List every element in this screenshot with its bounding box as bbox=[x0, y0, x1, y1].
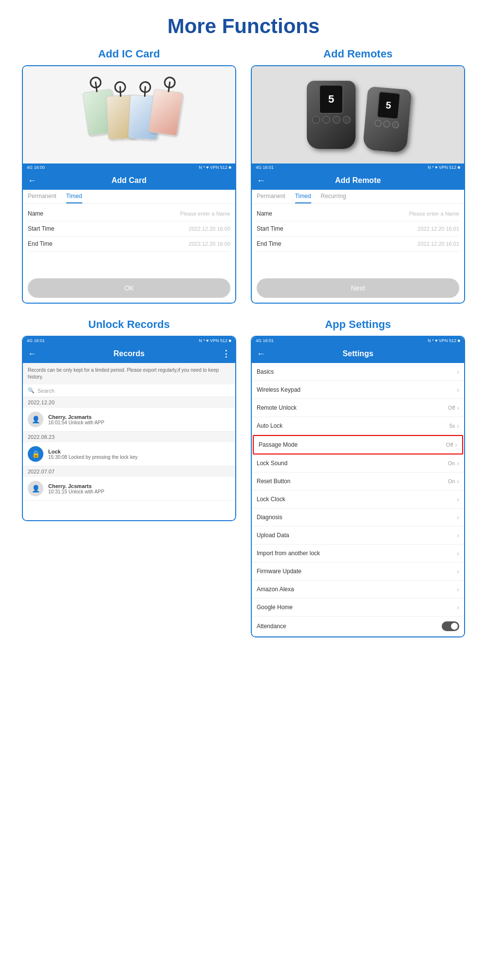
value-end-tr: 2022.12.20 16:01 bbox=[417, 241, 459, 247]
back-arrow-tr[interactable]: ← bbox=[257, 176, 265, 186]
chevron-locksound: › bbox=[457, 459, 459, 467]
label-end-tr: End Time bbox=[257, 240, 281, 247]
settings-right-reset: On › bbox=[448, 477, 459, 485]
form-spacer-tl bbox=[23, 254, 235, 273]
tab-timed-tl[interactable]: Timed bbox=[66, 193, 82, 203]
records-phone-ui: 4G 16:01 N * ♥ VPN 512 ■ ← Records ⋮ Rec… bbox=[23, 337, 235, 520]
tab-timed-tr[interactable]: Timed bbox=[295, 193, 311, 203]
settings-row-auto-lock[interactable]: Auto Lock 5s › bbox=[252, 417, 464, 435]
add-remotes-title: Add Remotes bbox=[251, 48, 465, 60]
chevron-diagnosis: › bbox=[457, 513, 459, 521]
add-ic-card-frame: 4G 16:00 N * ♥ VPN 512 ■ ← Add Card Perm… bbox=[22, 65, 236, 304]
settings-value-reset: On bbox=[448, 478, 455, 484]
settings-row-wireless-keypad[interactable]: Wireless Keypad › bbox=[252, 381, 464, 399]
records-notice: Records can be only kept for a limited p… bbox=[23, 363, 235, 384]
settings-row-lock-sound[interactable]: Lock Sound On › bbox=[252, 454, 464, 472]
settings-value-remote: Off bbox=[448, 405, 455, 411]
settings-row-alexa[interactable]: Amazon Alexa › bbox=[252, 581, 464, 599]
rk-btn-5 bbox=[375, 120, 382, 127]
form-row-name-tr: Name Please enter a Name bbox=[257, 206, 459, 221]
record-action-1: 16:01:54 Unlock with APP bbox=[48, 420, 104, 425]
remote-display-2: 5 bbox=[376, 91, 401, 120]
settings-row-google-home[interactable]: Google Home › bbox=[252, 599, 464, 617]
settings-row-import[interactable]: Import from another lock › bbox=[252, 544, 464, 563]
records-header: ← Records ⋮ bbox=[23, 345, 235, 363]
records-date-3: 2022.07.07 bbox=[23, 466, 235, 477]
record-name-3: Cherry. Jcsmarts bbox=[48, 483, 104, 489]
add-remote-phone-ui: 4G 16:01 N * ♥ VPN 512 ■ ← Add Remote Pe… bbox=[252, 163, 464, 303]
chevron-alexa: › bbox=[457, 585, 459, 593]
add-card-tabs: Permanent Timed bbox=[23, 190, 235, 204]
form-row-start-tr: Start Time 2022.12.20 16:01 bbox=[257, 221, 459, 236]
tab-permanent-tr[interactable]: Permanent bbox=[257, 193, 285, 203]
ic-card-image-area bbox=[23, 66, 235, 163]
status-bar-bl: 4G 16:01 N * ♥ VPN 512 ■ bbox=[23, 337, 235, 345]
status-right-tl: N * ♥ VPN 512 ■ bbox=[199, 165, 231, 170]
form-row-name-tl: Name Please enter a Name bbox=[28, 206, 230, 221]
add-remote-tabs: Permanent Timed Recurring bbox=[252, 190, 464, 204]
add-remote-header: ← Add Remote bbox=[252, 171, 464, 190]
settings-row-remote-unlock[interactable]: Remote Unlock Off › bbox=[252, 399, 464, 417]
settings-row-firmware[interactable]: Firmware Update › bbox=[252, 563, 464, 581]
add-card-phone-ui: 4G 16:00 N * ♥ VPN 512 ■ ← Add Card Perm… bbox=[23, 163, 235, 303]
records-info-1: Cherry. Jcsmarts 16:01:54 Unlock with AP… bbox=[48, 414, 104, 425]
back-arrow-br[interactable]: ← bbox=[257, 349, 265, 359]
value-name-tr: Please enter a Name bbox=[409, 211, 459, 217]
settings-right-locksound: On › bbox=[448, 459, 459, 467]
records-search-bar[interactable]: 🔍 Search bbox=[23, 384, 235, 397]
label-end-tl: End Time bbox=[28, 240, 53, 247]
settings-row-basics[interactable]: Basics › bbox=[252, 363, 464, 381]
record-action-3: 10:31:15 Unlock with APP bbox=[48, 489, 104, 494]
rk-btn-6 bbox=[383, 120, 391, 127]
avatar-3: 👤 bbox=[28, 481, 43, 496]
attendance-toggle[interactable] bbox=[442, 621, 459, 631]
records-entry-2: 🔒 Lock 15:30:08 Locked by pressing the l… bbox=[23, 442, 235, 466]
label-name-tl: Name bbox=[28, 210, 43, 217]
remote-buttons-1 bbox=[312, 116, 351, 124]
settings-value-passage: Off bbox=[446, 442, 453, 448]
chevron-import: › bbox=[457, 549, 459, 557]
settings-row-passage-mode[interactable]: Passage Mode Off › bbox=[253, 435, 463, 454]
settings-label-alexa: Amazon Alexa bbox=[257, 586, 294, 593]
settings-row-diagnosis[interactable]: Diagnosis › bbox=[252, 508, 464, 526]
ok-button[interactable]: OK bbox=[28, 278, 230, 298]
chevron-google: › bbox=[457, 603, 459, 611]
settings-row-upload-data[interactable]: Upload Data › bbox=[252, 526, 464, 544]
chevron-passage: › bbox=[455, 441, 457, 449]
menu-dots-bl[interactable]: ⋮ bbox=[222, 348, 230, 359]
label-name-tr: Name bbox=[257, 210, 272, 217]
next-button[interactable]: Next bbox=[257, 278, 459, 298]
settings-row-lock-clock[interactable]: Lock Clock › bbox=[252, 490, 464, 508]
settings-phone-ui: 4G 16:01 N * ♥ VPN 512 ■ ← Settings Basi… bbox=[252, 337, 464, 636]
value-start-tr: 2022.12.20 16:01 bbox=[417, 226, 459, 232]
add-card-title: Add Card bbox=[112, 176, 147, 185]
chevron-upload: › bbox=[457, 531, 459, 539]
settings-row-attendance[interactable]: Attendance bbox=[252, 617, 464, 636]
add-ic-card-section: Add IC Card 4G 16:00 N * ♥ VPN 512 ■ ← bbox=[22, 48, 236, 304]
back-arrow-bl[interactable]: ← bbox=[28, 349, 37, 359]
status-bar-top-left: 4G 16:00 N * ♥ VPN 512 ■ bbox=[23, 163, 235, 171]
back-arrow-tl[interactable]: ← bbox=[28, 176, 37, 186]
records-notice-text: Records can be only kept for a limited p… bbox=[28, 367, 219, 380]
remote-buttons-2 bbox=[375, 120, 399, 128]
records-bottom-spacer bbox=[23, 501, 235, 520]
add-ic-card-title: Add IC Card bbox=[22, 48, 236, 60]
status-left-br: 4G 16:01 bbox=[256, 338, 274, 343]
records-date-1: 2022.12.20 bbox=[23, 397, 235, 408]
settings-label-basics: Basics bbox=[257, 368, 274, 375]
ic-cards-visual bbox=[80, 86, 178, 144]
tab-recurring-tr[interactable]: Recurring bbox=[321, 193, 346, 203]
tab-permanent-tl[interactable]: Permanent bbox=[28, 193, 56, 203]
settings-title: Settings bbox=[342, 349, 373, 358]
settings-value-locksound: On bbox=[448, 460, 455, 466]
rk-btn-1 bbox=[312, 116, 320, 124]
remote-display-1: 5 bbox=[319, 85, 343, 114]
settings-header: ← Settings bbox=[252, 345, 464, 363]
settings-label-passage: Passage Mode bbox=[259, 441, 298, 448]
settings-label-remote: Remote Unlock bbox=[257, 404, 297, 411]
settings-label-google: Google Home bbox=[257, 604, 293, 611]
rk-btn-3 bbox=[333, 116, 340, 124]
form-spacer-tr bbox=[252, 254, 464, 273]
form-row-start-tl: Start Time 2022.12.20 16:00 bbox=[28, 221, 230, 236]
settings-row-reset-button[interactable]: Reset Button On › bbox=[252, 472, 464, 490]
